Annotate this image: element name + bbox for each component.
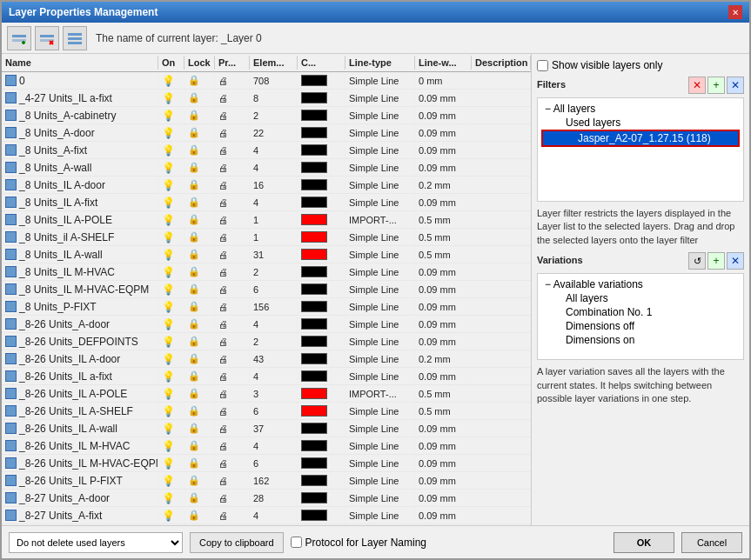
table-row[interactable]: _8-26 Units_A-door💡🔒🖨4Simple Line0.09 mm: [2, 316, 531, 333]
layer-on-cell[interactable]: 💡: [158, 281, 184, 297]
table-row[interactable]: _8 Units_IL M-HVAC-EQPM💡🔒🖨6Simple Line0.…: [2, 281, 531, 298]
layer-print-cell[interactable]: 🖨: [215, 263, 250, 280]
layer-lock-cell[interactable]: 🔒: [184, 385, 215, 402]
layer-lock-cell[interactable]: 🔒: [184, 246, 215, 263]
layer-name-cell[interactable]: _8-26 Units_IL A-POLE: [2, 385, 158, 402]
layer-lock-cell[interactable]: 🔒: [184, 194, 215, 210]
filter-close-button[interactable]: ✕: [727, 77, 744, 94]
layer-on-cell[interactable]: 💡: [158, 316, 184, 332]
layer-color-cell[interactable]: [298, 229, 345, 245]
layer-lock-cell[interactable]: 🔒: [184, 437, 215, 454]
layer-lock-cell[interactable]: 🔒: [184, 490, 215, 506]
filter-tree-root[interactable]: − All layers: [541, 102, 740, 116]
delete-policy-dropdown[interactable]: Do not delete used layers: [9, 532, 183, 553]
cancel-button[interactable]: Cancel: [681, 532, 742, 553]
layer-name-cell[interactable]: _4-27 Units_IL a-fixt: [2, 90, 158, 106]
table-row[interactable]: _8 Units_IL A-wall💡🔒🖨31Simple Line0.5 mm: [2, 246, 531, 263]
layer-name-cell[interactable]: _8-26 Units_IL A-SHELF: [2, 403, 158, 419]
layer-print-cell[interactable]: 🖨: [215, 159, 250, 176]
layer-on-cell[interactable]: 💡: [158, 350, 184, 367]
table-row[interactable]: _8-26 Units_IL M-HVAC-EQPM💡🔒🖨6Simple Lin…: [2, 455, 531, 472]
filter-add-button[interactable]: +: [707, 77, 725, 94]
layer-on-cell[interactable]: 💡: [158, 368, 184, 384]
table-row[interactable]: _8-26 Units_IL A-door💡🔒🖨43Simple Line0.2…: [2, 350, 531, 368]
layer-print-cell[interactable]: 🖨: [215, 490, 250, 506]
delete-layer-button[interactable]: [35, 26, 59, 50]
layer-print-cell[interactable]: 🖨: [215, 194, 250, 210]
layer-on-cell[interactable]: 💡: [158, 437, 184, 454]
layer-name-cell[interactable]: _8-26 Units_A-door: [2, 316, 158, 332]
layer-lock-cell[interactable]: 🔒: [184, 281, 215, 297]
filter-used-layers[interactable]: Used layers: [541, 116, 740, 130]
layer-lock-cell[interactable]: 🔒: [184, 229, 215, 245]
layer-color-cell[interactable]: [298, 263, 345, 280]
layer-color-cell[interactable]: [298, 385, 345, 402]
layer-print-cell[interactable]: 🖨: [215, 72, 250, 89]
layer-on-cell[interactable]: 💡: [158, 211, 184, 228]
show-visible-checkbox[interactable]: [537, 60, 548, 71]
layer-on-cell[interactable]: 💡: [158, 472, 184, 489]
layer-name-cell[interactable]: _8-26 Units_IL P-FIXT: [2, 472, 158, 489]
layer-name-cell[interactable]: _8-27 Units_A-fixt: [2, 507, 158, 523]
layer-on-cell[interactable]: 💡: [158, 298, 184, 315]
table-row[interactable]: _8-26 Units_IL P-FIXT💡🔒🖨162Simple Line0.…: [2, 472, 531, 490]
table-row[interactable]: _8-26 Units_IL A-SHELF💡🔒🖨6Simple Line0.5…: [2, 403, 531, 420]
layer-print-cell[interactable]: 🖨: [215, 316, 250, 332]
layer-print-cell[interactable]: 🖨: [215, 281, 250, 297]
filter-selected-item[interactable]: Jasper_A2-07_1.27.15 (118): [541, 130, 740, 147]
layer-lock-cell[interactable]: 🔒: [184, 142, 215, 158]
layer-on-cell[interactable]: 💡: [158, 246, 184, 263]
layer-name-cell[interactable]: _8 Units_A-door: [2, 124, 158, 141]
layer-name-cell[interactable]: _8 Units_il A-SHELF: [2, 229, 158, 245]
layer-color-cell[interactable]: [298, 177, 345, 193]
layer-name-cell[interactable]: _8-26 Units_IL a-fixt: [2, 368, 158, 384]
layer-print-cell[interactable]: 🖨: [215, 333, 250, 350]
layer-on-cell[interactable]: 💡: [158, 90, 184, 106]
layer-name-cell[interactable]: 0: [2, 72, 158, 89]
variation-root[interactable]: − Available variations: [541, 277, 740, 291]
table-row[interactable]: _8 Units_IL A-POLE💡🔒🖨1IMPORT-...0.5 mm: [2, 211, 531, 229]
layer-color-cell[interactable]: [298, 368, 345, 384]
table-row[interactable]: _8 Units_A-cabinetry💡🔒🖨2Simple Line0.09 …: [2, 107, 531, 124]
layer-color-cell[interactable]: [298, 333, 345, 350]
layer-color-cell[interactable]: [298, 490, 345, 506]
variation-combination[interactable]: Combination No. 1: [541, 305, 740, 319]
layer-color-cell[interactable]: [298, 298, 345, 315]
layer-color-cell[interactable]: [298, 159, 345, 176]
layer-color-cell[interactable]: [298, 246, 345, 263]
layer-lock-cell[interactable]: 🔒: [184, 420, 215, 437]
layer-name-cell[interactable]: _8 Units_P-FIXT: [2, 298, 158, 315]
layer-print-cell[interactable]: 🖨: [215, 385, 250, 402]
layer-color-cell[interactable]: [298, 142, 345, 158]
layer-lock-cell[interactable]: 🔒: [184, 368, 215, 384]
layer-lock-cell[interactable]: 🔒: [184, 507, 215, 523]
layer-print-cell[interactable]: 🖨: [215, 90, 250, 106]
layer-name-cell[interactable]: _8 Units_IL A-door: [2, 177, 158, 193]
layer-lock-cell[interactable]: 🔒: [184, 211, 215, 228]
layer-color-cell[interactable]: [298, 211, 345, 228]
layer-on-cell[interactable]: 💡: [158, 124, 184, 141]
layer-lock-cell[interactable]: 🔒: [184, 455, 215, 471]
variation-dim-off[interactable]: Dimensions off: [541, 319, 740, 333]
layer-name-cell[interactable]: _8 Units_IL A-POLE: [2, 211, 158, 228]
layer-color-cell[interactable]: [298, 124, 345, 141]
layer-color-cell[interactable]: [298, 455, 345, 471]
layer-on-cell[interactable]: 💡: [158, 229, 184, 245]
variation-all-layers[interactable]: All layers: [541, 291, 740, 305]
filter-delete-button[interactable]: ✕: [688, 77, 706, 94]
layer-settings-button[interactable]: [63, 26, 87, 50]
layer-on-cell[interactable]: 💡: [158, 455, 184, 471]
layer-color-cell[interactable]: [298, 316, 345, 332]
table-row[interactable]: _8 Units_P-FIXT💡🔒🖨156Simple Line0.09 mm: [2, 298, 531, 316]
layer-name-cell[interactable]: _8-26 Units_DEFPOINTS: [2, 333, 158, 350]
layer-print-cell[interactable]: 🖨: [215, 455, 250, 471]
variation-refresh-button[interactable]: ↺: [688, 252, 706, 270]
layer-print-cell[interactable]: 🖨: [215, 437, 250, 454]
layer-print-cell[interactable]: 🖨: [215, 350, 250, 367]
layer-print-cell[interactable]: 🖨: [215, 142, 250, 158]
layer-print-cell[interactable]: 🖨: [215, 229, 250, 245]
layer-on-cell[interactable]: 💡: [158, 507, 184, 523]
layer-lock-cell[interactable]: 🔒: [184, 403, 215, 419]
table-row[interactable]: _8 Units_A-wall💡🔒🖨4Simple Line0.09 mm: [2, 159, 531, 177]
variation-delete-button[interactable]: ✕: [727, 252, 744, 270]
